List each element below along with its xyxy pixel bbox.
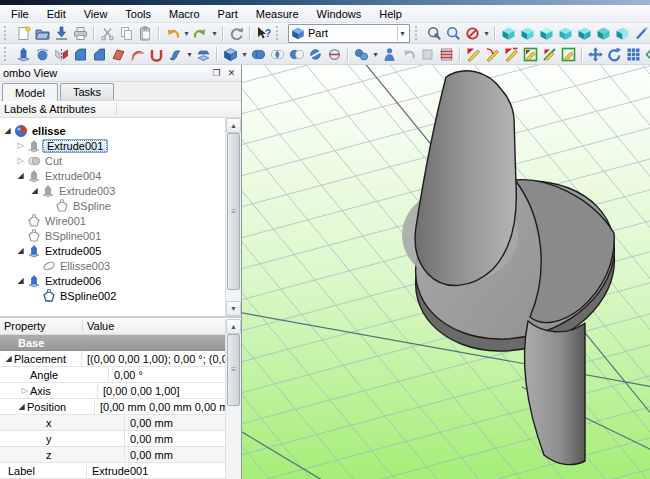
scroll-down-icon[interactable] [226, 301, 241, 316]
tree-scrollbar[interactable] [225, 118, 241, 316]
sweep-icon[interactable] [166, 45, 185, 63]
undo-dropdown-arrow[interactable] [182, 24, 191, 42]
draw-style-dropdown-arrow[interactable] [482, 24, 491, 42]
tree-item-label[interactable]: BSpline002 [57, 290, 119, 302]
property-scrollbar-thumb[interactable] [227, 334, 240, 406]
expander-icon[interactable] [29, 186, 40, 195]
3d-scene[interactable] [242, 65, 650, 479]
menu-windows[interactable]: Windows [308, 7, 371, 21]
menu-part[interactable]: Part [209, 7, 247, 21]
view-right-icon[interactable] [556, 24, 575, 42]
toolbar-handle[interactable] [276, 26, 283, 40]
redo-icon[interactable] [191, 24, 210, 42]
array-icon[interactable] [624, 45, 643, 63]
join-connect-icon[interactable] [352, 45, 371, 63]
tree-item-label[interactable]: ellisse [29, 125, 69, 137]
transform-rotate-icon[interactable] [605, 45, 624, 63]
transform-move-icon[interactable] [586, 45, 605, 63]
expander-icon[interactable] [2, 126, 13, 135]
compound-dropdown-arrow[interactable] [240, 45, 249, 63]
tree-item-wire001[interactable]: Wire001 [0, 213, 241, 228]
view-axonometric-icon[interactable] [499, 24, 518, 42]
thickness-icon[interactable] [147, 45, 166, 63]
tab-model[interactable]: Model [2, 83, 58, 101]
loft-icon[interactable] [194, 45, 213, 63]
property-value[interactable]: Extrude001 [87, 463, 241, 478]
close-panel-icon[interactable] [225, 67, 238, 79]
property-row-y[interactable]: y 0,00 mm [0, 431, 241, 447]
tree-item-label[interactable]: Cut [42, 155, 65, 167]
tree-item-extrude004[interactable]: Extrude004 [0, 168, 241, 183]
tab-tasks[interactable]: Tasks [60, 83, 114, 100]
offset-icon[interactable] [128, 45, 147, 63]
property-row-placement[interactable]: Placement [(0,00 0,00 1,00); 0,00 °; (0,… [0, 351, 241, 367]
undo-icon[interactable] [163, 24, 182, 42]
property-value[interactable]: 0,00 mm [125, 447, 241, 462]
workbench-dropdown-arrow[interactable] [397, 26, 407, 41]
toolbar-handle[interactable] [415, 26, 422, 40]
measure-angular-icon[interactable] [483, 45, 502, 63]
menu-view[interactable]: View [75, 7, 117, 21]
toggle-measurement-icon[interactable] [521, 45, 540, 63]
view-front-icon[interactable] [518, 24, 537, 42]
tree-item-bspline001[interactable]: BSpline001 [0, 228, 241, 243]
expander-icon[interactable] [15, 171, 26, 180]
open-file-icon[interactable] [33, 24, 52, 42]
edit-placement-icon[interactable] [643, 45, 650, 63]
tree-item-extrude003[interactable]: Extrude003 [0, 183, 241, 198]
tree-item-extrude006[interactable]: Extrude006 [0, 273, 241, 288]
tree-item-label[interactable]: Extrude004 [42, 170, 104, 182]
cut-icon[interactable] [98, 24, 117, 42]
whats-this-icon[interactable]: ? [254, 24, 273, 42]
boolean-cut-icon[interactable] [287, 45, 306, 63]
property-row-position[interactable]: Position [0,00 mm 0,00 mm 0,00 mm] [0, 399, 241, 415]
expander-icon[interactable] [19, 386, 30, 395]
paste-icon[interactable] [136, 24, 155, 42]
fit-all-icon[interactable] [425, 24, 444, 42]
toolbar-handle[interactable] [4, 47, 11, 61]
3d-viewport[interactable] [242, 65, 650, 479]
view-left-icon[interactable] [613, 24, 632, 42]
tree-item-label[interactable]: Ellisse003 [57, 260, 113, 272]
view-rear-icon[interactable] [575, 24, 594, 42]
menu-edit[interactable]: Edit [38, 7, 75, 21]
expander-icon[interactable] [16, 402, 27, 411]
new-file-icon[interactable] [14, 24, 33, 42]
menu-measure[interactable]: Measure [247, 7, 308, 21]
tree-item-label[interactable]: BSpline [70, 200, 114, 212]
compound-icon[interactable] [221, 45, 240, 63]
property-row-angle[interactable]: Angle 0,00 ° [0, 367, 241, 383]
copy-icon[interactable] [117, 24, 136, 42]
expander-icon[interactable] [15, 276, 26, 285]
sweep-dropdown-arrow[interactable] [185, 45, 194, 63]
property-row-z[interactable]: z 0,00 mm [0, 447, 241, 463]
boolean-common-icon[interactable] [268, 45, 287, 63]
expander-icon[interactable] [15, 246, 26, 255]
tree-item-ellisse003[interactable]: Ellisse003 [0, 258, 241, 273]
menu-help[interactable]: Help [370, 7, 411, 21]
tree-item-extrude005[interactable]: Extrude005 [0, 243, 241, 258]
property-scrollbar[interactable] [225, 319, 241, 479]
property-row-label[interactable]: Label Extrude001 [0, 463, 241, 479]
zoom-region-icon[interactable] [444, 24, 463, 42]
measure-linear-icon[interactable] [464, 45, 483, 63]
join-dropdown-arrow[interactable] [371, 45, 380, 63]
expander-icon[interactable] [15, 141, 26, 150]
expander-icon[interactable] [15, 156, 26, 165]
mirror-icon[interactable] [52, 45, 71, 63]
menu-file[interactable]: File [2, 7, 38, 21]
chamfer-icon[interactable] [90, 45, 109, 63]
tree-item-label[interactable]: Extrude003 [56, 185, 118, 197]
view-bottom-icon[interactable] [594, 24, 613, 42]
tree-item-label[interactable]: Extrude001 [42, 139, 108, 153]
boolean-union-icon[interactable] [249, 45, 268, 63]
expander-icon[interactable] [3, 354, 14, 363]
sketch-line-icon[interactable] [632, 24, 650, 42]
property-row-x[interactable]: x 0,00 mm [0, 415, 241, 431]
clear-measurement-icon[interactable] [559, 45, 578, 63]
float-panel-icon[interactable] [210, 67, 223, 79]
cross-sections-icon[interactable] [325, 45, 344, 63]
property-value[interactable]: 0,00 mm [125, 415, 241, 430]
scroll-up-icon[interactable] [226, 319, 241, 334]
redo-dropdown-arrow[interactable] [210, 24, 219, 42]
